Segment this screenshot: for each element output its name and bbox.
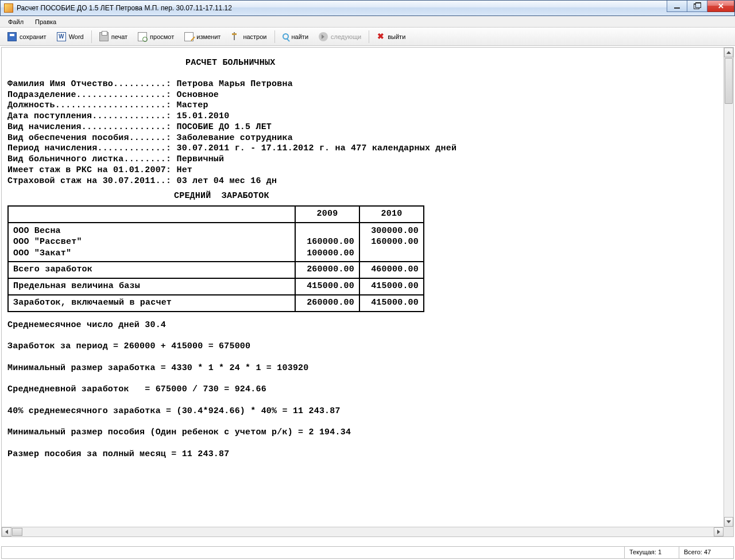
table-total-2010: 460000.00: [359, 262, 424, 278]
toolbar-separator: [274, 30, 275, 43]
next-label: следующи: [331, 33, 361, 40]
save-label: сохранит: [20, 33, 47, 40]
table-limit-2009: 415000.00: [295, 278, 359, 295]
print-button[interactable]: печат: [94, 30, 133, 44]
horizontal-scrollbar[interactable]: [2, 527, 724, 536]
edit-label: изменит: [196, 33, 220, 40]
toolbar: сохранит Word печат просмот изменит наст…: [0, 28, 735, 46]
toolbar-separator: [369, 30, 369, 43]
table-header-2009: 2009: [295, 206, 359, 223]
word-icon: [57, 32, 66, 41]
table-total-label: Всего заработок: [8, 262, 295, 278]
document-body[interactable]: РАСЧЕТ БОЛЬНИЧНЫХ Фамилия Имя Отчество..…: [2, 48, 724, 527]
document-container: РАСЧЕТ БОЛЬНИЧНЫХ Фамилия Имя Отчество..…: [1, 47, 734, 537]
edit-icon: [184, 32, 194, 41]
status-current-label: Текущая:: [629, 549, 656, 555]
settings-button[interactable]: настрои: [226, 30, 272, 44]
field-period: Период начисления.............: 30.07.20…: [7, 143, 718, 154]
table-included-label: Заработок, включаемый в расчет: [8, 295, 295, 312]
settings-label: настрои: [243, 33, 266, 40]
preview-button[interactable]: просмот: [133, 30, 179, 44]
find-label: найти: [292, 33, 309, 40]
table-orgs-2010: 300000.00160000.00: [359, 223, 424, 262]
preview-icon: [138, 32, 147, 41]
window-title: Расчет ПОСОБИЕ ДО 1.5 ЛЕТ Петрова М.П. п…: [17, 4, 232, 12]
save-icon: [7, 32, 17, 41]
field-accrual-type: Вид начисления................: ПОСОБИЕ …: [7, 122, 718, 133]
status-total: Всего: 47: [679, 546, 734, 559]
exit-icon: [377, 32, 385, 41]
field-dept: Подразделение.................: Основное: [7, 90, 718, 101]
status-total-label: Всего:: [684, 549, 702, 555]
scroll-up-button[interactable]: [724, 48, 733, 57]
settings-icon: [231, 32, 240, 41]
table-header-2010: 2010: [359, 206, 424, 223]
scroll-down-button[interactable]: [724, 517, 733, 527]
scroll-thumb-vertical[interactable]: [725, 58, 733, 104]
next-icon: [319, 32, 328, 41]
field-hire-date: Дата поступления..............: 15.01.20…: [7, 111, 718, 122]
window-titlebar: Расчет ПОСОБИЕ ДО 1.5 ЛЕТ Петрова М.П. п…: [0, 0, 735, 16]
menu-edit[interactable]: Правка: [30, 17, 61, 26]
status-total-value: 47: [704, 549, 711, 555]
scroll-corner: [724, 527, 733, 536]
earnings-heading: СРЕДНИЙ ЗАРАБОТОК: [174, 191, 718, 202]
calc-avg-days: Среднемесячное число дней 30.4: [7, 320, 718, 331]
app-icon: [4, 3, 13, 13]
edit-button[interactable]: изменит: [179, 30, 226, 44]
vertical-scrollbar[interactable]: [724, 48, 733, 527]
close-button[interactable]: ✕: [707, 1, 734, 12]
menubar: Файл Правка: [0, 16, 735, 28]
table-total-2009: 260000.00: [295, 262, 359, 278]
earnings-table: 2009 2010 ООО ВеснаООО "Рассвет"ООО "Зак…: [7, 205, 424, 312]
statusbar-spacer: [1, 546, 625, 559]
doc-heading: РАСЧЕТ БОЛЬНИЧНЫХ: [185, 58, 718, 69]
field-rks: Имеет стаж в РКС на 01.01.2007: Нет: [7, 165, 718, 176]
scroll-right-button[interactable]: [714, 527, 724, 536]
field-benefit-type: Вид обеспечения пособия.......: Заболева…: [7, 133, 718, 144]
calc-min-benefit: Минимальный размер пособия (Один ребенок…: [7, 427, 718, 438]
preview-label: просмот: [150, 33, 174, 40]
table-included-2010: 415000.00: [359, 295, 424, 312]
calc-40pct: 40% среднемесячного заработка = (30.4*92…: [7, 406, 718, 417]
calc-period-earnings: Заработок за период = 260000 + 415000 = …: [7, 341, 718, 352]
save-button[interactable]: сохранит: [2, 30, 52, 44]
calc-min-earnings: Минимальный размер заработка = 4330 * 1 …: [7, 363, 718, 374]
field-position: Должность.....................: Мастер: [7, 100, 718, 111]
table-header-blank: [8, 206, 295, 223]
find-icon: [283, 33, 289, 40]
table-orgs-2009: 160000.00100000.00: [295, 223, 359, 262]
calc-daily-avg: Среднедневной заработок = 675000 / 730 =…: [7, 384, 718, 395]
window-controls: ✕: [667, 1, 734, 12]
next-button: следующи: [314, 30, 366, 44]
table-limit-label: Предельная величина базы: [8, 278, 295, 295]
print-label: печат: [111, 33, 127, 40]
exit-button[interactable]: выйти: [372, 30, 411, 44]
find-button[interactable]: найти: [277, 31, 314, 42]
field-insurance: Страховой стаж на 30.07.2011..: 03 лет 0…: [7, 176, 718, 187]
print-icon: [99, 32, 109, 41]
minimize-button[interactable]: [667, 1, 687, 12]
word-label: Word: [69, 33, 84, 40]
exit-label: выйти: [388, 33, 405, 40]
maximize-button[interactable]: [687, 1, 707, 12]
word-button[interactable]: Word: [52, 30, 89, 44]
scroll-thumb-horizontal[interactable]: [12, 528, 22, 536]
statusbar: Текущая: 1 Всего: 47: [1, 546, 734, 559]
field-sheet-type: Вид больничного листка........: Первичны…: [7, 154, 718, 165]
status-current: Текущая: 1: [625, 546, 679, 559]
scroll-left-button[interactable]: [2, 527, 11, 536]
toolbar-separator: [91, 30, 92, 43]
status-current-value: 1: [658, 549, 662, 555]
table-orgs: ООО ВеснаООО "Рассвет"ООО "Закат": [8, 223, 295, 262]
calc-full-month: Размер пособия за полный месяц = 11 243.…: [7, 449, 718, 460]
field-fio: Фамилия Имя Отчество..........: Петрова …: [7, 79, 718, 90]
table-limit-2010: 415000.00: [359, 278, 424, 295]
table-included-2009: 260000.00: [295, 295, 359, 312]
menu-file[interactable]: Файл: [3, 17, 28, 26]
